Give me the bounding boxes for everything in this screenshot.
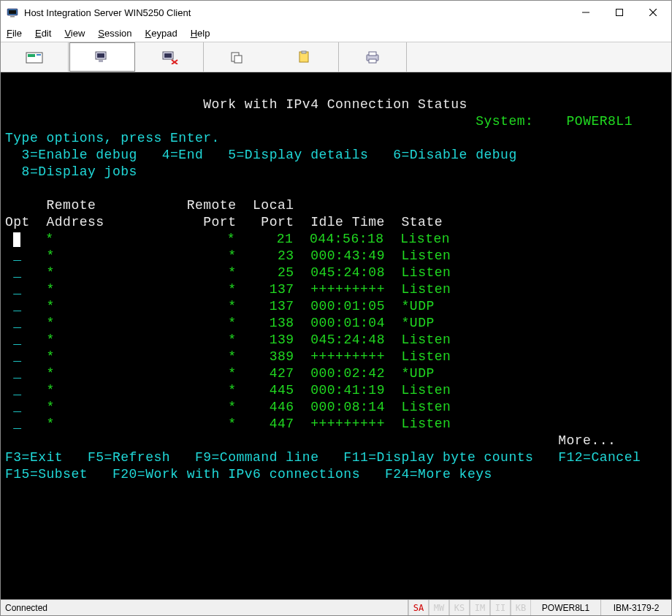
menubar: FileEditViewSessionKeypadHelp [1, 24, 671, 42]
menu-keypad[interactable]: Keypad [145, 28, 177, 39]
status-indicator-sa: SA [408, 600, 429, 615]
svg-rect-22 [369, 52, 376, 56]
app-icon [7, 7, 18, 18]
status-indicator-kb: KB [511, 600, 531, 615]
maximize-button[interactable] [603, 1, 636, 23]
svg-rect-1 [9, 10, 16, 14]
status-connection: Connected [1, 600, 408, 615]
svg-rect-12 [99, 60, 103, 62]
svg-rect-4 [616, 9, 623, 16]
svg-rect-8 [28, 54, 35, 57]
window-title: Host Integration Server WIN5250 Client [24, 7, 569, 18]
toolbar-button-2[interactable] [69, 42, 135, 72]
toolbar [1, 42, 671, 72]
window-controls [569, 1, 670, 23]
toolbar-button-6[interactable] [340, 42, 405, 72]
menu-edit[interactable]: Edit [35, 28, 51, 39]
toolbar-button-5[interactable] [272, 42, 337, 72]
terminal-screen: Work with IPv4 Connection Status System:… [5, 80, 665, 500]
menu-view[interactable]: View [64, 28, 85, 39]
svg-rect-14 [164, 53, 172, 58]
menu-help[interactable]: Help [191, 28, 210, 39]
status-indicator-im: IM [470, 600, 490, 615]
svg-rect-18 [234, 56, 242, 63]
status-indicator-mw: MW [429, 600, 449, 615]
toolbar-button-4[interactable] [205, 42, 270, 72]
close-button[interactable] [636, 1, 670, 23]
status-system: POWER8L1 [531, 600, 601, 615]
menu-file[interactable]: File [7, 28, 22, 39]
svg-rect-23 [369, 59, 376, 63]
toolbar-button-3[interactable] [137, 42, 202, 72]
status-device: IBM-3179-2 [601, 600, 671, 615]
titlebar: Host Integration Server WIN5250 Client [1, 1, 671, 24]
menu-session[interactable]: Session [98, 28, 131, 39]
status-indicator-ks: KS [449, 600, 470, 615]
minimize-button[interactable] [569, 1, 603, 23]
svg-rect-11 [97, 53, 104, 58]
svg-rect-9 [37, 54, 41, 56]
terminal-area[interactable]: Work with IPv4 Connection Status System:… [1, 72, 671, 599]
svg-rect-2 [10, 16, 15, 18]
svg-rect-20 [302, 51, 306, 53]
statusbar: Connected SAMWKSIMIIKB POWER8L1 IBM-3179… [1, 599, 671, 615]
toolbar-button-1[interactable] [1, 42, 67, 72]
status-indicator-ii: II [490, 600, 511, 615]
app-window: Host Integration Server WIN5250 Client F… [0, 0, 672, 616]
